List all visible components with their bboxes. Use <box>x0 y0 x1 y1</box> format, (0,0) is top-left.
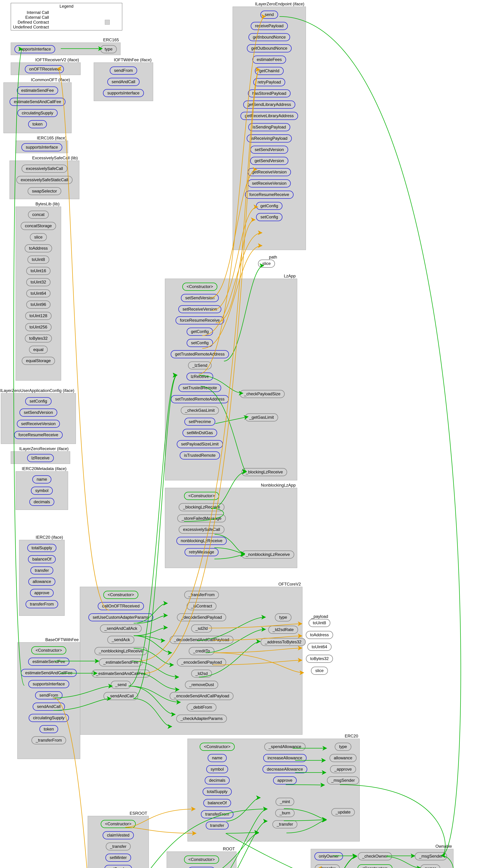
node: concat <box>28 211 49 219</box>
node: _ld2sd <box>191 670 212 678</box>
node: _getGasLimit <box>245 413 278 422</box>
cluster-title: ESROOT <box>130 811 147 816</box>
node: _transferFrom <box>184 591 219 599</box>
node: _decodeSendPayload <box>177 613 226 621</box>
node: estimateSendFee <box>28 658 69 666</box>
node: allowance <box>28 578 56 586</box>
node: getOutboundNonce <box>247 44 292 53</box>
group-title: _payload <box>311 614 328 619</box>
node: _approve <box>330 765 356 773</box>
node: slice <box>311 666 328 675</box>
cluster-title: Ownable <box>435 844 452 849</box>
node-sendFrom: sendFrom <box>110 66 137 75</box>
cluster-title: IOFTWithFee (iface) <box>114 58 152 62</box>
cluster-byteslib: BytesLib (lib) concat concatStorage slic… <box>16 207 61 380</box>
node: getReceiveVersion <box>248 168 291 176</box>
node: slice <box>30 233 47 241</box>
legend: Legend Internal Call External Call Defin… <box>11 3 122 30</box>
node: _msgSender <box>415 852 447 860</box>
node: setReceiveVersion <box>178 305 221 313</box>
node: _nonblockingLzReceive <box>242 551 294 559</box>
cluster-ilzendpoint: ILayerZeroEndpoint (iface) send receiveP… <box>233 7 306 250</box>
node: setTrustedRemote <box>179 384 221 392</box>
node: setTrustedRemoteAddress <box>171 395 229 403</box>
node: symbol <box>206 765 228 773</box>
cluster-ilzreceiver: ILayerZeroReceiver (iface) lzReceive <box>11 452 70 464</box>
node: hasStoredPayload <box>248 89 291 98</box>
cluster-title: ERC165 <box>103 37 119 42</box>
node: setConfig <box>187 339 213 347</box>
node: approve <box>30 589 54 597</box>
node: circulatingSupply <box>29 714 69 722</box>
cluster-ierc165: IERC165 (iface) supportsInterface <box>16 141 68 153</box>
node: setReceiveVersion <box>17 420 60 428</box>
node: _encodeSendAndCallPayload <box>170 692 234 700</box>
node-exSafeCall: excessivelySafeCall <box>22 164 67 173</box>
node: _transfer <box>272 820 298 829</box>
node: isReceivingPayload <box>247 134 292 143</box>
node: <Constructor> <box>184 492 219 500</box>
cluster-icommonoft: ICommonOFT (iface) estimateSendFee estim… <box>3 83 71 133</box>
node: totalSupply <box>203 787 232 796</box>
node: _msgSender <box>327 776 359 784</box>
node: toUint8 <box>308 619 330 627</box>
cluster-title: BaseOFTWithFee <box>45 637 79 642</box>
node: _blockingLzReceive <box>179 503 224 511</box>
node-onOFTReceived: onOFTReceived <box>25 65 64 73</box>
node: setConfig <box>256 213 282 221</box>
node-circulatingSupply: circulatingSupply <box>18 109 58 117</box>
diagram-canvas: Legend Internal Call External Call Defin… <box>0 0 488 868</box>
node: _debitFrom <box>187 703 216 711</box>
node: decreaseAllowance <box>263 765 307 773</box>
cluster-title: IERC165 (iface) <box>37 135 66 141</box>
node: forceResumeReceive <box>14 431 62 439</box>
legend-external-label: External Call <box>13 15 49 20</box>
node: increaseAllowance <box>263 754 307 762</box>
cluster-title: ILayerZeroUserApplicationConfig (iface) <box>0 388 74 393</box>
cluster-oftcorev2: OFTCoreV2 <Constructor> callOnOFTReceive… <box>80 587 302 735</box>
node: toBytes32 <box>306 655 333 663</box>
node-token: token <box>28 120 47 128</box>
node: <Constructor> <box>358 864 393 868</box>
group-path: path slice <box>258 259 286 268</box>
node: getChainId <box>255 67 284 75</box>
node: setSendVersion <box>20 408 57 416</box>
node: name <box>32 475 51 484</box>
node: getSendLibraryAddress <box>243 100 296 109</box>
node: toUint32 <box>26 278 50 286</box>
node: sendFrom <box>188 867 215 868</box>
node-type: type <box>100 45 117 53</box>
node: _estimateSendAndCallFee <box>92 670 150 678</box>
node: toAddress <box>25 244 52 252</box>
node: sendFrom <box>35 691 62 700</box>
node: getTrustedRemoteAddress <box>171 350 229 358</box>
node: toUint64 <box>307 643 331 651</box>
node: equal <box>29 346 48 354</box>
node: isSendingPayload <box>248 123 290 131</box>
legend-title: Legend <box>11 3 122 9</box>
cluster-title: IOFTReceiverV2 (iface) <box>35 58 79 62</box>
node: toUint96 <box>26 301 50 309</box>
node: <Constructor> <box>31 646 66 654</box>
node: claimVested <box>102 831 134 839</box>
node: _checkGasLimit <box>181 406 219 414</box>
node: _addressToBytes32 <box>261 638 306 646</box>
node: getConfig <box>187 328 213 336</box>
node: _checkAdapterParams <box>176 715 227 723</box>
node: callOnOFTReceived <box>98 602 144 610</box>
legend-swatch <box>105 20 110 25</box>
node: transfer <box>30 566 53 575</box>
node: totalSupply <box>27 544 57 552</box>
node: toBytes32 <box>25 334 52 342</box>
node: _sendAck <box>107 636 134 644</box>
node: _storeFailedMessage <box>177 515 226 523</box>
node: supportsInterface <box>28 680 69 688</box>
node: lzReceive <box>27 454 54 462</box>
node: _lzSend <box>188 362 212 370</box>
node: slice <box>258 259 275 268</box>
node-supportsInterface: supportsInterface <box>103 89 144 97</box>
cluster-ierc20meta: IERC20Metadata (iface) name symbol decim… <box>16 471 68 510</box>
node: symbol <box>31 487 53 495</box>
node: estimateFees <box>252 56 286 64</box>
node: concatStorage <box>21 222 56 230</box>
